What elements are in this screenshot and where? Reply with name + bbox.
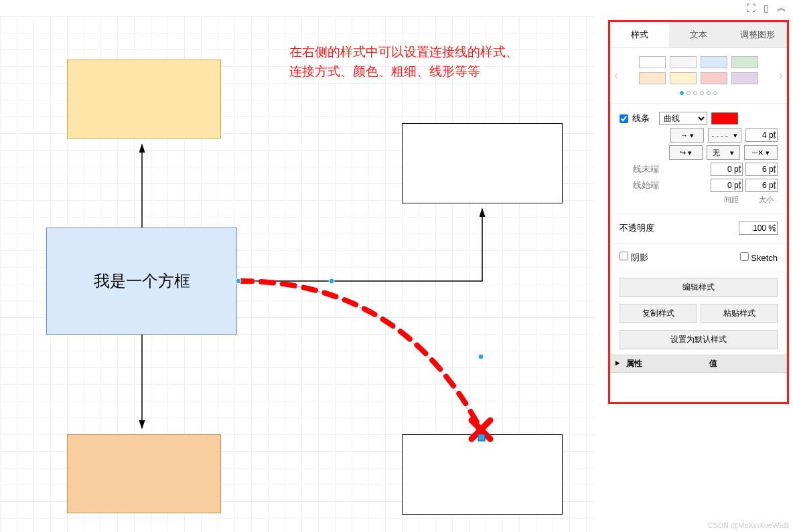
tab-text[interactable]: 文本 [669, 22, 728, 48]
handle-mid1 [329, 278, 334, 284]
sketch-label: Sketch [751, 253, 778, 263]
edge-guide [238, 281, 481, 433]
swatch[interactable] [670, 72, 697, 84]
line-color-swatch[interactable] [711, 112, 738, 124]
prop-value-col: 值 [704, 355, 787, 372]
end-spacing-input[interactable] [711, 163, 743, 176]
swatch[interactable] [670, 56, 697, 68]
edit-style-button[interactable]: 编辑样式 [620, 278, 778, 297]
shape-right-top[interactable] [402, 123, 563, 203]
edge-red-curve [240, 281, 481, 430]
page-dot[interactable] [693, 91, 697, 95]
prop-name-col: 属性 [621, 355, 704, 372]
collapse-icon[interactable]: ︽ [777, 2, 786, 14]
waypoint-dropdown[interactable]: ↪ ▾ [669, 145, 703, 160]
start-size-input[interactable] [745, 179, 778, 192]
fullscreen-icon[interactable]: ⛶ [746, 3, 755, 13]
arrow-end-dropdown[interactable]: ─✕ ▾ [744, 145, 778, 160]
page-dot[interactable] [713, 91, 717, 95]
swatch[interactable] [701, 72, 727, 84]
swatch[interactable] [731, 72, 758, 84]
shape-label: 我是一个方框 [94, 270, 190, 292]
page-dot[interactable] [700, 91, 704, 95]
start-spacing-input[interactable] [711, 179, 743, 192]
swatch[interactable] [701, 56, 727, 68]
panel-toggle-icon[interactable]: ▯ [764, 3, 769, 13]
swatch[interactable] [731, 56, 758, 68]
shape-right-bottom[interactable] [402, 434, 563, 515]
copy-style-button[interactable]: 复制样式 [620, 304, 697, 323]
tab-arrange[interactable]: 调整图形 [728, 22, 787, 48]
swatch-prev[interactable]: ‹ [614, 68, 618, 82]
sketch-checkbox[interactable] [740, 252, 749, 261]
properties-header[interactable]: ▸ 属性 值 [610, 355, 787, 373]
shadow-label: 阴影 [631, 252, 648, 262]
page-dot[interactable] [707, 91, 711, 95]
page-dot[interactable] [687, 91, 691, 95]
shadow-checkbox[interactable] [620, 252, 628, 260]
line-enabled-checkbox[interactable] [620, 114, 628, 123]
arrow-start-dropdown[interactable]: → ▾ [670, 128, 704, 143]
line-end-label: 线末端 [633, 163, 659, 175]
shape-top-yellow[interactable] [67, 60, 221, 139]
swatch[interactable] [639, 56, 666, 68]
diagram-canvas[interactable]: 我是一个方框 在右侧的样式中可以设置连接线的样式、 连接方式、颜色、粗细、线形等… [0, 16, 595, 532]
handle-mid2 [478, 354, 484, 359]
page-dot[interactable] [680, 91, 684, 95]
line-width-input[interactable] [745, 128, 778, 142]
paste-style-button[interactable]: 粘贴样式 [701, 304, 778, 323]
annotation-text: 在右侧的样式中可以设置连接线的样式、 连接方式、颜色、粗细、线形等等 [289, 43, 564, 81]
line-type-select[interactable]: 曲线 [659, 112, 707, 125]
shape-center-blue[interactable]: 我是一个方框 [46, 228, 237, 335]
tab-style[interactable]: 样式 [610, 22, 669, 48]
shape-bottom-orange[interactable] [67, 434, 221, 513]
edge-right-elbow [237, 209, 482, 281]
watermark: CSDN @MoXinXueWEB [708, 521, 789, 529]
swatch[interactable] [639, 72, 666, 84]
opacity-label: 不透明度 [620, 222, 654, 234]
format-panel: 样式 文本 调整图形 ‹ › 线条 [608, 20, 789, 404]
spacing-col-label: 间距 [724, 195, 739, 205]
line-start-label: 线始端 [633, 179, 659, 191]
size-col-label: 大小 [759, 195, 774, 205]
line-dash-dropdown[interactable]: - - - - ▾ [708, 128, 741, 143]
connection-dropdown[interactable]: 无 ▾ [707, 145, 740, 160]
swatch-next[interactable]: › [779, 68, 783, 82]
set-default-button[interactable]: 设置为默认样式 [620, 330, 778, 349]
opacity-input[interactable] [739, 221, 778, 235]
line-label: 线条 [632, 112, 650, 124]
end-size-input[interactable] [745, 163, 778, 176]
